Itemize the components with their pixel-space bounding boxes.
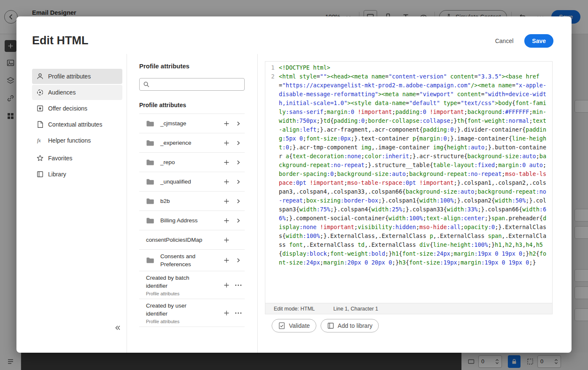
folder-icon bbox=[146, 120, 154, 127]
add-to-library-button[interactable]: Add to library bbox=[321, 319, 379, 332]
sidebar-item-label: Helper functions bbox=[48, 137, 91, 144]
sidebar-item-contextual-attributes[interactable]: Contextual attributes bbox=[32, 117, 122, 132]
search-input[interactable] bbox=[139, 78, 245, 91]
folder-icon bbox=[146, 159, 154, 166]
attribute-label: Consents and Preferences bbox=[160, 252, 219, 268]
dialog-title: Edit HTML bbox=[32, 34, 88, 47]
attribute-label: Created by user identifier bbox=[146, 302, 205, 318]
audiences-icon bbox=[36, 89, 44, 96]
button-label: Validate bbox=[289, 322, 310, 329]
attribute-row: Billing Address bbox=[139, 211, 245, 230]
dialog-actions: Cancel Save bbox=[495, 34, 553, 48]
user-icon bbox=[36, 73, 44, 80]
sidebar-item-label: Profile attributes bbox=[48, 73, 91, 80]
attribute-row: Created by batch identifierProfile attri… bbox=[139, 271, 245, 299]
search-icon bbox=[143, 81, 150, 88]
attribute-label: Created by batch identifier bbox=[146, 274, 205, 290]
add-attribute-button[interactable] bbox=[221, 280, 232, 291]
add-attribute-button[interactable] bbox=[221, 235, 232, 246]
attributes-list: _cjmstage_experience_repo_unqualifiedb2b… bbox=[139, 113, 245, 327]
line-number: 1 bbox=[265, 63, 279, 72]
attributes-list-title: Profile attributes bbox=[139, 102, 245, 108]
save-button[interactable]: Save bbox=[524, 34, 553, 48]
expand-attribute-button[interactable] bbox=[233, 196, 244, 207]
button-label: Add to library bbox=[338, 322, 372, 329]
attribute-row: _experience bbox=[139, 133, 245, 153]
folder-icon bbox=[146, 217, 154, 224]
attribute-row: Consents and Preferences bbox=[139, 250, 245, 271]
expand-attribute-button[interactable] bbox=[233, 118, 244, 129]
add-attribute-button[interactable] bbox=[221, 308, 232, 319]
add-attribute-button[interactable] bbox=[221, 196, 232, 207]
row-spacer bbox=[233, 235, 244, 246]
attribute-row: Created by user identifierProfile attrib… bbox=[139, 299, 245, 327]
attributes-panel-title: Profile attributes bbox=[139, 62, 245, 70]
cancel-button[interactable]: Cancel bbox=[495, 38, 514, 44]
expand-attribute-button[interactable] bbox=[233, 255, 244, 266]
attribute-row: _repo bbox=[139, 153, 245, 172]
offer-icon bbox=[36, 105, 44, 112]
code-editor[interactable]: 1<!DOCTYPE html>2<html style=""><head><m… bbox=[265, 61, 553, 303]
validate-icon bbox=[278, 322, 286, 329]
attribute-label: _unqualified bbox=[160, 178, 219, 186]
attribute-row: _unqualified bbox=[139, 172, 245, 192]
panel-divider bbox=[257, 54, 258, 353]
expand-attribute-button[interactable] bbox=[233, 176, 244, 187]
sidebar-item-label: Audiences bbox=[48, 89, 76, 96]
attribute-label: Billing Address bbox=[160, 216, 219, 224]
attribute-label: _experience bbox=[160, 139, 219, 147]
attribute-row: _cjmstage bbox=[139, 114, 245, 133]
sidebar-item-favorites[interactable]: Favorites bbox=[32, 151, 122, 166]
dialog-sidebar-secondary: FavoritesLibrary bbox=[32, 151, 122, 183]
code-line: <!DOCTYPE html> bbox=[279, 63, 552, 72]
library-icon bbox=[327, 322, 334, 329]
sidebar-item-label: Offer decisions bbox=[48, 105, 87, 112]
attribute-row: consentPoliciesIDMap bbox=[139, 230, 245, 250]
code-line: <html style=""><head><meta name="content… bbox=[279, 72, 552, 267]
attribute-sublabel: Profile attributes bbox=[146, 291, 221, 296]
attribute-sublabel: Profile attributes bbox=[146, 319, 221, 324]
star-icon bbox=[36, 154, 44, 162]
sidebar-item-offer-decisions[interactable]: Offer decisions bbox=[32, 101, 122, 116]
folder-icon bbox=[146, 257, 154, 264]
sidebar-item-label: Library bbox=[48, 171, 66, 178]
sidebar-item-audiences[interactable]: Audiences bbox=[32, 85, 122, 100]
expand-attribute-button[interactable] bbox=[233, 138, 244, 149]
fx-icon: fx bbox=[36, 137, 44, 144]
validate-button[interactable]: Validate bbox=[272, 319, 316, 332]
editor-mode-status: Edit mode: HTML bbox=[274, 306, 315, 312]
attribute-label: b2b bbox=[160, 197, 219, 205]
add-attribute-button[interactable] bbox=[221, 176, 232, 187]
sidebar-item-helper-functions[interactable]: fxHelper functions bbox=[32, 133, 122, 148]
folder-icon bbox=[146, 198, 154, 205]
expand-attribute-button[interactable] bbox=[233, 215, 244, 226]
add-attribute-button[interactable] bbox=[221, 215, 232, 226]
panel-divider bbox=[127, 54, 127, 353]
attribute-row: b2b bbox=[139, 192, 245, 211]
folder-icon bbox=[146, 178, 154, 185]
sidebar-item-profile-attributes[interactable]: Profile attributes bbox=[32, 69, 122, 84]
sidebar-item-library[interactable]: Library bbox=[32, 167, 122, 182]
add-attribute-button[interactable] bbox=[221, 255, 232, 266]
attributes-panel: Profile attributes Profile attributes _c… bbox=[139, 62, 245, 327]
collapse-panel-button[interactable] bbox=[112, 322, 124, 334]
expand-attribute-button[interactable] bbox=[233, 157, 244, 168]
edit-html-dialog: Edit HTML Cancel Save Profile attributes… bbox=[16, 16, 572, 353]
more-actions-button[interactable] bbox=[233, 280, 244, 291]
editor-status-bar: Edit mode: HTML Line 1, Character 1 bbox=[265, 303, 553, 314]
add-attribute-button[interactable] bbox=[221, 138, 232, 149]
library-icon bbox=[36, 170, 44, 178]
double-chevron-left-icon bbox=[115, 325, 121, 330]
attribute-label: _cjmstage bbox=[160, 119, 219, 127]
add-attribute-button[interactable] bbox=[221, 118, 232, 129]
add-attribute-button[interactable] bbox=[221, 157, 232, 168]
cursor-position-status: Line 1, Character 1 bbox=[333, 306, 378, 312]
more-actions-button[interactable] bbox=[233, 308, 244, 319]
sidebar-item-label: Favorites bbox=[48, 155, 73, 162]
sidebar-item-label: Contextual attributes bbox=[48, 121, 102, 128]
folder-icon bbox=[146, 140, 154, 146]
svg-text:fx: fx bbox=[37, 138, 41, 143]
dialog-sidebar: Profile attributesAudiencesOffer decisio… bbox=[32, 69, 122, 149]
attribute-label: _repo bbox=[160, 158, 219, 166]
line-number: 2 bbox=[265, 72, 279, 81]
